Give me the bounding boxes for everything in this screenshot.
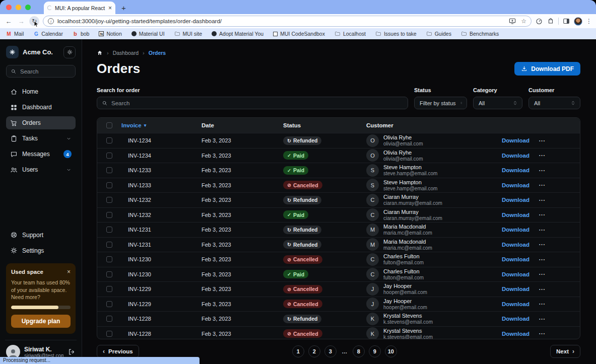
page-number-button[interactable]: 9 bbox=[369, 345, 381, 357]
reload-button[interactable]: ↻ bbox=[29, 16, 39, 26]
row-checkbox[interactable] bbox=[106, 256, 112, 262]
row-menu-button[interactable]: ⋯ bbox=[539, 167, 546, 174]
download-link[interactable]: Download bbox=[502, 197, 529, 203]
bookmark-mail[interactable]: MMail bbox=[6, 31, 24, 37]
page-number-button[interactable]: 3 bbox=[324, 345, 337, 357]
page-number-button[interactable]: 2 bbox=[308, 345, 320, 357]
row-checkbox[interactable] bbox=[106, 182, 112, 188]
row-menu-button[interactable]: ⋯ bbox=[539, 285, 546, 293]
browser-tab[interactable]: MUI: A popular React UI fram × bbox=[44, 2, 115, 14]
breadcrumb-dashboard[interactable]: Dashboard bbox=[113, 50, 139, 56]
row-checkbox[interactable] bbox=[106, 316, 112, 322]
minimize-window-button[interactable] bbox=[16, 5, 21, 10]
row-menu-button[interactable]: ⋯ bbox=[539, 241, 546, 248]
row-checkbox[interactable] bbox=[106, 301, 112, 307]
row-checkbox[interactable] bbox=[106, 271, 112, 277]
bookmark-benchmarks[interactable]: Benchmarks bbox=[461, 31, 499, 37]
bookmark-material-ui[interactable]: Material UI bbox=[131, 31, 165, 37]
bookmark-guides[interactable]: Guides bbox=[426, 31, 451, 37]
download-pdf-button[interactable]: Download PDF bbox=[514, 62, 580, 76]
bookmark-localhost[interactable]: Localhost bbox=[335, 31, 366, 37]
row-checkbox[interactable] bbox=[106, 286, 112, 292]
row-checkbox[interactable] bbox=[106, 153, 112, 159]
home-icon[interactable] bbox=[97, 50, 103, 56]
logout-icon[interactable] bbox=[68, 348, 76, 356]
row-menu-button[interactable]: ⋯ bbox=[539, 226, 546, 234]
row-menu-button[interactable]: ⋯ bbox=[539, 181, 546, 189]
row-menu-button[interactable]: ⋯ bbox=[539, 196, 546, 204]
row-checkbox[interactable] bbox=[106, 212, 112, 218]
new-tab-button[interactable]: + bbox=[121, 4, 126, 12]
back-button[interactable]: ← bbox=[4, 18, 13, 25]
address-bar[interactable]: i localhost:3000/joy-ui/getting-started/… bbox=[43, 16, 532, 27]
sidebar-item-messages[interactable]: Messages 4 bbox=[6, 148, 76, 161]
row-checkbox[interactable] bbox=[106, 331, 112, 337]
bookmark-star-icon[interactable]: ☆ bbox=[521, 18, 526, 25]
extensions-icon[interactable] bbox=[547, 17, 555, 25]
bookmark-adopt-material-you[interactable]: Adopt Material You bbox=[212, 31, 263, 37]
download-link[interactable]: Download bbox=[502, 316, 529, 322]
row-menu-button[interactable]: ⋯ bbox=[539, 300, 546, 308]
install-app-icon[interactable] bbox=[508, 17, 516, 25]
page-number-button[interactable]: 8 bbox=[353, 345, 365, 357]
download-link[interactable]: Download bbox=[502, 137, 529, 143]
side-panel-icon[interactable] bbox=[562, 17, 570, 25]
row-checkbox[interactable] bbox=[106, 227, 112, 233]
status-select[interactable]: Filter by status bbox=[414, 97, 467, 109]
row-menu-button[interactable]: ⋯ bbox=[539, 256, 546, 263]
download-link[interactable]: Download bbox=[502, 271, 529, 277]
forward-button[interactable]: → bbox=[17, 18, 26, 25]
category-select[interactable]: All bbox=[473, 97, 522, 109]
traffic-lights[interactable] bbox=[0, 5, 37, 14]
site-info-icon[interactable]: i bbox=[48, 18, 54, 24]
sidebar-item-support[interactable]: Support bbox=[6, 229, 76, 242]
page-number-button[interactable]: 1 bbox=[292, 345, 304, 357]
download-link[interactable]: Download bbox=[502, 301, 529, 307]
row-checkbox[interactable] bbox=[106, 167, 112, 173]
order-search-input[interactable]: Search bbox=[97, 97, 408, 109]
sidebar-item-dashboard[interactable]: Dashboard bbox=[6, 101, 76, 114]
row-checkbox[interactable] bbox=[106, 242, 112, 248]
download-link[interactable]: Download bbox=[502, 331, 529, 337]
download-link[interactable]: Download bbox=[502, 212, 529, 218]
row-menu-button[interactable]: ⋯ bbox=[539, 137, 546, 144]
sidebar-item-home[interactable]: Home bbox=[6, 85, 76, 98]
download-link[interactable]: Download bbox=[502, 286, 529, 292]
row-menu-button[interactable]: ⋯ bbox=[539, 270, 546, 278]
bookmark-mui-codesandbox[interactable]: MUI CodeSandbox bbox=[273, 31, 325, 37]
download-link[interactable]: Download bbox=[502, 182, 529, 188]
performance-icon[interactable] bbox=[535, 17, 543, 25]
bookmark-calendar[interactable]: GCalendar bbox=[33, 31, 63, 37]
upgrade-plan-button[interactable]: Upgrade plan bbox=[11, 315, 71, 328]
close-window-button[interactable] bbox=[6, 5, 12, 10]
row-checkbox[interactable] bbox=[106, 137, 112, 143]
sidebar-item-users[interactable]: Users bbox=[6, 163, 76, 176]
bookmark-notion[interactable]: NNotion bbox=[99, 31, 121, 37]
tab-close-icon[interactable]: × bbox=[108, 5, 112, 12]
sidebar-item-orders[interactable]: Orders bbox=[6, 116, 76, 129]
bookmark-mui-site[interactable]: MUI site bbox=[174, 31, 203, 37]
download-link[interactable]: Download bbox=[502, 153, 529, 159]
close-icon[interactable]: × bbox=[67, 268, 71, 275]
sidebar-item-settings[interactable]: Settings bbox=[6, 244, 76, 257]
bookmark-bob[interactable]: bbob bbox=[73, 31, 90, 37]
browser-profile-avatar[interactable] bbox=[574, 17, 582, 26]
download-link[interactable]: Download bbox=[502, 242, 529, 248]
row-menu-button[interactable]: ⋯ bbox=[539, 211, 546, 219]
column-invoice[interactable]: Invoice ▾ bbox=[121, 122, 195, 128]
row-menu-button[interactable]: ⋯ bbox=[539, 152, 546, 159]
theme-toggle-button[interactable] bbox=[63, 46, 76, 58]
maximize-window-button[interactable] bbox=[25, 5, 31, 10]
next-page-button[interactable]: Next › bbox=[550, 345, 580, 358]
bookmark-issues-to-take[interactable]: Issues to take bbox=[375, 31, 417, 37]
sidebar-search-input[interactable]: Search bbox=[6, 65, 76, 78]
page-number-button[interactable]: 10 bbox=[385, 345, 397, 357]
row-checkbox[interactable] bbox=[106, 197, 112, 203]
download-link[interactable]: Download bbox=[502, 227, 529, 233]
previous-page-button[interactable]: ‹ Previous bbox=[97, 345, 139, 358]
download-link[interactable]: Download bbox=[502, 256, 529, 262]
row-menu-button[interactable]: ⋯ bbox=[539, 330, 546, 337]
select-all-checkbox[interactable] bbox=[106, 122, 112, 128]
sidebar-item-tasks[interactable]: Tasks bbox=[6, 132, 76, 145]
browser-menu-icon[interactable]: ⋮ bbox=[586, 18, 592, 25]
